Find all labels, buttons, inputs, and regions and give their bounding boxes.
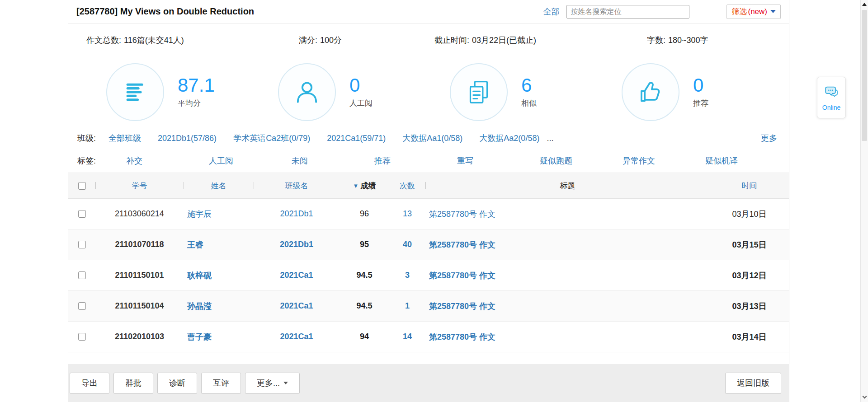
scroll-up-button[interactable] [861, 0, 868, 8]
filter-label: 筛选 [731, 6, 747, 17]
more-button[interactable]: 更多... [245, 373, 300, 394]
essay-title-link[interactable]: 第2587780号 作文 [429, 332, 495, 342]
class-filter-link[interactable]: 2021Db1(57/86) [158, 134, 217, 143]
score: 94.5 [340, 291, 389, 321]
col-header-score[interactable]: ▼ 成绩 [340, 173, 389, 198]
essay-title-link[interactable]: 第2587780号 作文 [429, 301, 495, 312]
online-label: Online [822, 104, 840, 111]
scrollbar-thumb[interactable] [862, 10, 867, 141]
scroll-down-button[interactable] [861, 393, 868, 401]
filter-new-badge: (new) [748, 7, 767, 16]
row-checkbox[interactable] [78, 271, 86, 279]
stat-label: 相似 [521, 98, 537, 108]
table-row: 21102010103曹子豪2021Ca19414第2587780号 作文03月… [68, 322, 789, 352]
row-checkbox-cell [68, 260, 95, 290]
times-link[interactable]: 1 [405, 301, 410, 311]
class-filter-link[interactable]: 学术英语Ca2班(0/79) [233, 133, 310, 144]
times-cell: 40 [389, 229, 425, 260]
toolbar-button[interactable]: 互评 [201, 373, 241, 394]
times-link[interactable]: 3 [405, 271, 410, 280]
class-link[interactable]: 2021Ca1 [280, 271, 313, 280]
times-link[interactable]: 14 [403, 332, 412, 341]
col-header-class[interactable]: 班级名 [254, 173, 340, 198]
tag-filter-link[interactable]: 人工阅 [209, 155, 292, 166]
back-button-label: 返回旧版 [737, 378, 769, 388]
search-input[interactable] [566, 5, 689, 19]
col-header-times[interactable]: 次数 [389, 173, 425, 198]
chat-bubbles-icon [824, 84, 839, 102]
row-checkbox[interactable] [78, 333, 86, 341]
class-cell: 2021Db1 [254, 199, 340, 229]
student-name-link[interactable]: 耿梓砚 [187, 270, 212, 281]
student-name-link[interactable]: 王睿 [187, 239, 203, 250]
toolbar-button[interactable]: 导出 [70, 373, 109, 394]
tag-filter-link[interactable]: 未阅 [292, 155, 374, 166]
submit-date: 03月12日 [710, 260, 789, 290]
student-name-cell: 施宇辰 [184, 199, 254, 229]
row-checkbox-cell [68, 291, 95, 321]
student-id: 21101150101 [95, 260, 184, 290]
col-header-student-id[interactable]: 学号 [95, 173, 184, 198]
tag-filter-link[interactable]: 重写 [457, 155, 540, 166]
essay-title-link[interactable]: 第2587780号 作文 [429, 239, 495, 250]
more-classes-link[interactable]: 更多 [761, 133, 777, 144]
col-header-title[interactable]: 标题 [425, 173, 710, 198]
row-checkbox-cell [68, 322, 95, 352]
essay-title-link[interactable]: 第2587780号 作文 [429, 209, 495, 220]
tag-filter-link[interactable]: 疑似机译 [705, 155, 788, 166]
class-filter-link[interactable]: 大数据Aa2(0/58) [479, 133, 539, 144]
stat-text: 87.1平均分 [178, 76, 215, 108]
class-filter-link[interactable]: 2021Ca1(59/71) [327, 134, 386, 143]
col-header-name[interactable]: 姓名 [184, 173, 254, 198]
select-all-checkbox[interactable] [68, 173, 95, 198]
essay-title-link[interactable]: 第2587780号 作文 [429, 270, 495, 281]
student-name-cell: 孙晶滢 [184, 291, 254, 321]
col-header-time[interactable]: 时间 [710, 173, 789, 198]
tag-filter-link[interactable]: 疑似跑题 [540, 155, 623, 166]
summary-item: 字数:180~300字 [647, 35, 789, 46]
student-name-link[interactable]: 施宇辰 [187, 209, 212, 220]
table-row: 21103060214施宇辰2021Db19613第2587780号 作文03月… [68, 199, 789, 229]
score-header-label: 成绩 [360, 181, 376, 191]
class-filter-link[interactable]: 全部班级 [108, 133, 141, 144]
checkbox-icon[interactable] [78, 182, 86, 190]
tag-filter-link[interactable]: 补交 [126, 155, 209, 166]
stat-value: 6 [521, 76, 537, 95]
summary-value: 180~300字 [668, 36, 708, 45]
class-link[interactable]: 2021Ca1 [280, 301, 313, 311]
filter-button[interactable]: 筛选 (new) [726, 5, 781, 19]
bottom-toolbar: 导出群批诊断互评 更多... 返回旧版 [68, 364, 789, 402]
score: 96 [340, 199, 389, 229]
tag-filter-link[interactable]: 异常作文 [623, 155, 705, 166]
class-filter-link[interactable]: 大数据Aa1(0/58) [402, 133, 462, 144]
submit-date: 03月15日 [710, 229, 789, 260]
score: 94.5 [340, 260, 389, 290]
toolbar-button[interactable]: 诊断 [157, 373, 197, 394]
row-checkbox-cell [68, 229, 95, 260]
times-link[interactable]: 13 [403, 209, 412, 219]
class-link[interactable]: 2021Db1 [280, 240, 313, 249]
thumbs-up-icon [622, 63, 679, 121]
all-link[interactable]: 全部 [543, 6, 559, 17]
online-support-widget[interactable]: Online [817, 77, 846, 118]
table-body: 21103060214施宇辰2021Db19613第2587780号 作文03月… [68, 199, 789, 352]
toolbar-button[interactable]: 群批 [113, 373, 153, 394]
class-link[interactable]: 2021Db1 [280, 209, 313, 219]
vertical-scrollbar[interactable] [860, 0, 868, 402]
summary-value: 100分 [320, 36, 342, 45]
summary-item: 作文总数:116篇(未交41人) [86, 35, 299, 46]
stat-value: 0 [693, 76, 708, 95]
essay-title-cell: 第2587780号 作文 [425, 291, 710, 321]
stat-value: 87.1 [178, 76, 215, 95]
row-checkbox[interactable] [78, 241, 86, 248]
row-checkbox[interactable] [78, 302, 86, 310]
class-link[interactable]: 2021Ca1 [280, 332, 313, 341]
back-to-old-version-button[interactable]: 返回旧版 [725, 373, 781, 394]
class-filter-ellipsis: ... [547, 134, 553, 143]
student-name-link[interactable]: 孙晶滢 [187, 301, 212, 312]
tag-filter-link[interactable]: 推荐 [374, 155, 457, 166]
row-checkbox[interactable] [78, 210, 86, 218]
times-link[interactable]: 40 [403, 240, 412, 249]
assignment-summary: 作文总数:116篇(未交41人)满分:100分截止时间:03月22日(已截止)字… [68, 23, 789, 57]
student-name-link[interactable]: 曹子豪 [187, 332, 212, 342]
